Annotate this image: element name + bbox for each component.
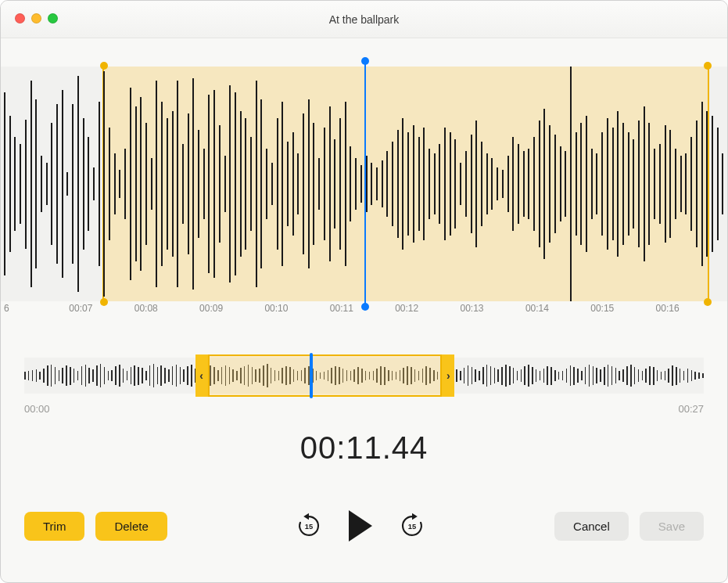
app-window: At the ballpark 600:0700:0800:0900:1000:… [0,0,728,583]
ruler-tick: 00:13 [461,303,525,323]
ruler-tick: 00:14 [525,303,590,323]
titlebar: At the ballpark [1,1,727,38]
maximize-icon[interactable] [48,13,58,23]
bottom-toolbar: Trim Delete 15 15 [1,493,727,582]
play-icon [349,510,372,542]
save-button[interactable]: Save [640,512,704,541]
overview-time-labels: 00:00 00:27 [24,403,704,415]
ruler-tick: 00:11 [330,303,395,323]
skip-back-seconds: 15 [305,523,313,531]
skip-fwd-seconds: 15 [408,523,416,531]
ruler-tick: 00:09 [199,303,264,323]
main-waveform-area[interactable]: 600:0700:0800:0900:1000:1100:1200:1300:1… [1,57,727,323]
overview-waveform-area[interactable]: ‹ › [24,353,704,398]
ruler-tick: 00:15 [590,303,655,323]
skip-back-icon: 15 [296,513,322,539]
skip-forward-15-button[interactable]: 15 [399,513,425,539]
delete-button[interactable]: Delete [95,512,167,541]
current-time-display: 00:11.44 [1,430,727,466]
trim-handle-right[interactable]: › [442,354,454,397]
trim-button[interactable]: Trim [24,512,84,541]
playhead-main[interactable] [364,62,366,306]
minimize-icon[interactable] [31,13,41,23]
ruler-tick: 00:08 [134,303,199,323]
window-title: At the ballpark [329,13,400,26]
playhead-overview[interactable] [310,353,313,398]
skip-forward-icon: 15 [399,513,425,539]
ruler-tick: 00:16 [656,303,721,323]
skip-back-15-button[interactable]: 15 [296,513,322,539]
close-icon[interactable] [15,13,25,23]
ruler-tick: 00:12 [395,303,460,323]
transport-controls: 15 15 [296,510,425,542]
time-ruler: 600:0700:0800:0900:1000:1100:1200:1300:1… [1,303,727,323]
svg-marker-0 [304,513,310,520]
cancel-button[interactable]: Cancel [554,512,629,541]
ruler-tick: 00:10 [264,303,329,323]
play-button[interactable] [349,510,372,542]
confirm-buttons-group: Cancel Save [554,512,704,541]
overview-start-time: 00:00 [24,403,50,415]
trim-handle-left[interactable]: ‹ [195,354,208,397]
ruler-tick: 6 [4,303,69,323]
ruler-tick: 00:07 [69,303,134,323]
svg-marker-1 [412,513,418,520]
trim-selection-overview[interactable] [208,354,443,397]
traffic-lights [15,13,58,23]
overview-end-time: 00:27 [678,403,704,415]
edit-buttons-group: Trim Delete [24,512,167,541]
